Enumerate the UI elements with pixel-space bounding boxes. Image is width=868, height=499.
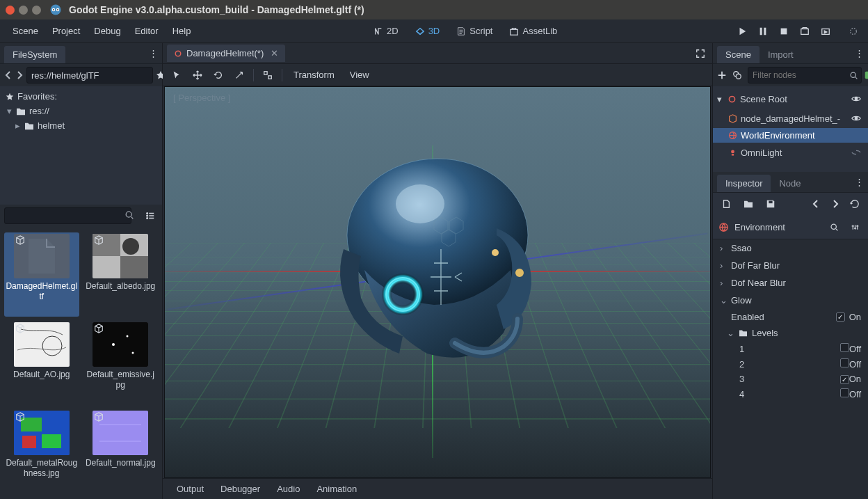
- visibility-icon[interactable]: [849, 145, 864, 160]
- node-tab[interactable]: Node: [771, 175, 809, 192]
- checkbox[interactable]: [840, 358, 849, 367]
- checkbox[interactable]: [840, 375, 849, 384]
- distraction-free-button[interactable]: [846, 24, 861, 39]
- menu-help[interactable]: Help: [167, 22, 197, 40]
- viewport-3d[interactable]: [ Perspective ]: [164, 86, 711, 478]
- scene-dock-tab[interactable]: Scene: [717, 46, 760, 63]
- load-resource-button[interactable]: [741, 196, 756, 212]
- mode-2d-button[interactable]: 2D: [368, 22, 404, 40]
- file-item[interactable]: Default_emissive.jpg: [83, 321, 159, 405]
- file-item[interactable]: Default_normal.jpg: [83, 409, 159, 493]
- file-item[interactable]: Default_AO.jpg: [4, 321, 79, 405]
- svg-point-37: [376, 268, 429, 321]
- scale-tool[interactable]: [232, 68, 246, 82]
- menu-project[interactable]: Project: [47, 22, 86, 40]
- scene-node[interactable]: OmniLight: [713, 143, 868, 162]
- svg-point-11: [851, 28, 857, 34]
- attach-script-button[interactable]: [864, 68, 868, 83]
- filter-nodes-input[interactable]: [748, 67, 862, 84]
- play-scene-button[interactable]: [797, 24, 812, 39]
- add-node-button[interactable]: [717, 68, 727, 83]
- window-minimize-button[interactable]: [19, 6, 28, 15]
- prop-enabled[interactable]: EnabledOn: [713, 309, 868, 325]
- transform-menu[interactable]: Transform: [289, 67, 339, 83]
- inspector-dock-options-icon[interactable]: ⋮: [855, 177, 864, 187]
- filesystem-dock-options-icon[interactable]: ⋮: [149, 48, 158, 58]
- inspector-tab[interactable]: Inspector: [717, 175, 771, 192]
- expand-viewport-button[interactable]: [693, 46, 708, 61]
- bottom-tab-audio[interactable]: Audio: [270, 480, 307, 498]
- path-input[interactable]: [26, 67, 153, 84]
- filesystem-tab[interactable]: FileSystem: [4, 46, 65, 63]
- svg-rect-48: [769, 201, 772, 204]
- prop-level-row[interactable]: 2Off: [713, 356, 868, 372]
- svg-point-14: [147, 215, 148, 216]
- scene-node[interactable]: WorldEnvironment: [713, 128, 868, 143]
- import-dock-tab[interactable]: Import: [760, 46, 802, 63]
- history-button[interactable]: [847, 196, 862, 212]
- window-maximize-button[interactable]: [32, 6, 41, 15]
- move-tool[interactable]: [191, 68, 204, 82]
- snap-tool[interactable]: [261, 68, 275, 82]
- nav-back-button[interactable]: [4, 68, 13, 83]
- node-label: WorldEnvironment: [741, 130, 815, 141]
- prop-levels-header[interactable]: ⌄Levels: [713, 325, 868, 341]
- checkbox[interactable]: [840, 388, 849, 397]
- nav-forward-button[interactable]: [15, 68, 24, 83]
- visibility-icon[interactable]: [849, 111, 864, 126]
- mode-script-label: Script: [469, 26, 492, 36]
- instance-scene-button[interactable]: [732, 68, 742, 83]
- mode-assetlib-button[interactable]: AssetLib: [504, 22, 563, 40]
- rotate-tool[interactable]: [211, 68, 225, 82]
- bottom-tab-output[interactable]: Output: [170, 480, 211, 498]
- scene-node[interactable]: node_damagedHelmet_-: [713, 109, 868, 128]
- bottom-tab-debugger[interactable]: Debugger: [214, 480, 267, 498]
- file-item[interactable]: DamagedHelmet.gltf: [4, 232, 79, 317]
- bottom-tab-animation[interactable]: Animation: [310, 480, 364, 498]
- play-button[interactable]: [734, 24, 750, 39]
- pause-button[interactable]: [755, 24, 771, 39]
- file-item[interactable]: Default_albedo.jpg: [83, 232, 159, 317]
- scene-node[interactable]: ▾Scene Root: [713, 89, 868, 109]
- save-resource-button[interactable]: [763, 196, 778, 212]
- prop-level-row[interactable]: 4Off: [713, 386, 868, 402]
- checkbox[interactable]: [836, 312, 845, 322]
- view-menu[interactable]: View: [346, 67, 373, 83]
- inspector-body[interactable]: ›Ssao›Dof Far Blur›Dof Near Blur⌄GlowEna…: [713, 239, 868, 499]
- mode-script-button[interactable]: Script: [451, 22, 498, 40]
- file-item[interactable]: Default_metalRoughness.jpg: [4, 409, 79, 493]
- scene-dock-options-icon[interactable]: ⋮: [855, 48, 864, 58]
- play-custom-scene-button[interactable]: [818, 24, 833, 39]
- history-forward-button[interactable]: [828, 196, 843, 212]
- file-thumbnail: [14, 322, 70, 367]
- mode-3d-button[interactable]: 3D: [410, 22, 446, 40]
- visibility-icon[interactable]: [849, 91, 864, 106]
- checkbox[interactable]: [840, 343, 849, 352]
- prop-level-row[interactable]: 3On: [713, 372, 868, 386]
- tree-root[interactable]: ▾res://: [4, 104, 158, 118]
- perspective-label[interactable]: [ Perspective ]: [173, 93, 230, 103]
- menu-scene[interactable]: Scene: [7, 22, 44, 40]
- svg-point-24: [127, 335, 129, 338]
- resource-tools-icon[interactable]: [847, 219, 862, 235]
- new-resource-button[interactable]: [718, 196, 734, 212]
- inspector-section-glow[interactable]: ⌄Glow: [713, 292, 868, 309]
- file-view-mode-button[interactable]: [143, 208, 158, 223]
- window-close-button[interactable]: [6, 6, 15, 15]
- menu-editor[interactable]: Editor: [129, 22, 164, 40]
- resource-search-icon[interactable]: [826, 219, 842, 235]
- tree-folder-helmet[interactable]: ▸helmet: [4, 118, 158, 133]
- scene-tab[interactable]: DamagedHelmet(*) ✕: [167, 45, 285, 62]
- file-search-input[interactable]: [4, 207, 131, 224]
- menu-debug[interactable]: Debug: [88, 22, 126, 40]
- svg-point-50: [831, 224, 836, 229]
- inspector-section[interactable]: ›Dof Far Blur: [713, 257, 868, 274]
- select-tool[interactable]: [170, 68, 184, 82]
- stop-button[interactable]: [776, 24, 791, 39]
- history-back-button[interactable]: [808, 196, 823, 212]
- prop-level-row[interactable]: 1Off: [713, 341, 868, 356]
- inspector-section[interactable]: ›Ssao: [713, 239, 868, 257]
- inspector-section[interactable]: ›Dof Near Blur: [713, 274, 868, 292]
- resource-name[interactable]: Environment: [734, 222, 821, 232]
- scene-tab-close-icon[interactable]: ✕: [271, 48, 278, 58]
